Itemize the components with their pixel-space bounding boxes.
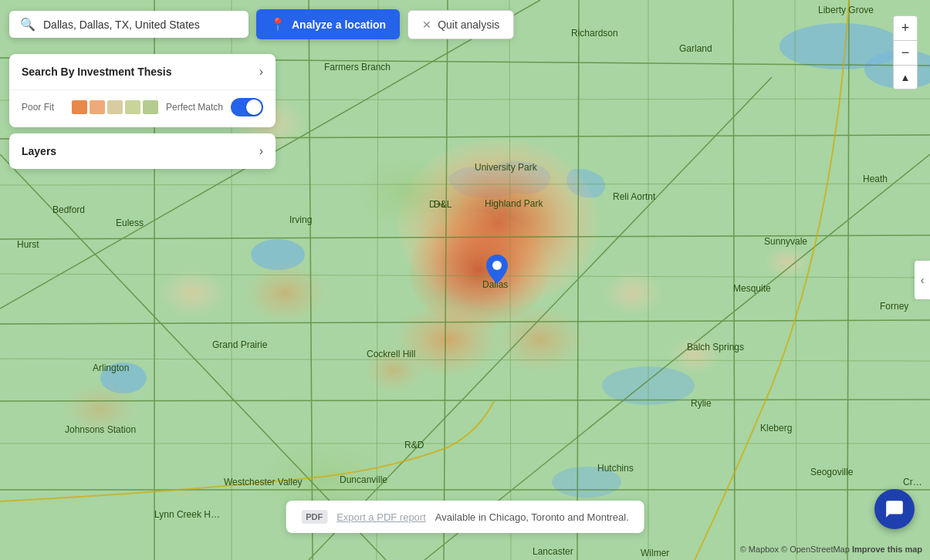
svg-line-31 [847,0,849,560]
layers-title: Layers [22,145,56,157]
svg-point-16 [764,245,810,279]
gradient-swatch-3 [107,100,123,114]
svg-point-11 [62,382,139,436]
map-controls: + − ▲ [893,15,918,89]
svg-point-9 [243,262,328,324]
side-collapse-button[interactable]: ‹ [915,261,930,299]
location-pin [486,255,508,284]
reset-north-button[interactable]: ▲ [893,65,918,89]
fitness-gradient [72,100,158,114]
layers-header[interactable]: Layers › [9,133,276,169]
gradient-swatch-5 [143,100,158,114]
svg-point-5 [552,467,621,498]
fitness-row: Poor Fit Perfect Match [22,98,263,116]
zoom-out-button[interactable]: − [893,40,918,65]
gradient-swatch-4 [125,100,140,114]
search-box[interactable]: 🔍 Dallas, Dallas, TX, United States [9,11,249,38]
zoom-in-button[interactable]: + [893,15,918,40]
svg-line-45 [795,0,796,560]
svg-line-35 [0,154,386,560]
map-attribution: © Mapbox © OpenStreetMap Improve this ma… [740,545,922,554]
poor-fit-label: Poor Fit [22,102,64,113]
layers-arrow: › [259,144,263,158]
export-pdf-link[interactable]: Export a PDF report [336,511,426,523]
analyze-btn-label: Analyze a location [292,19,386,31]
search-icon: 🔍 [20,17,36,32]
analyze-location-button[interactable]: 📍 Analyze a location [256,9,400,39]
pdf-badge: PDF [301,510,327,524]
layers-card: Layers › [9,133,276,169]
improve-map-link[interactable]: Improve this map [852,545,922,554]
svg-point-18 [347,150,471,235]
chat-button[interactable] [874,489,915,529]
quit-btn-label: Quit analysis [438,19,499,31]
svg-point-12 [363,347,424,393]
location-pin-icon: 📍 [270,17,286,32]
toggle-switch[interactable] [231,98,263,116]
export-bar: PDF Export a PDF report Available in Chi… [286,501,644,533]
investment-thesis-arrow: › [259,65,263,79]
perfect-match-label: Perfect Match [166,102,223,113]
export-description: Available in Chicago, Toronto and Montre… [435,511,629,523]
svg-point-46 [492,261,502,270]
quit-analysis-button[interactable]: ✕ Quit analysis [408,10,514,39]
svg-point-14 [158,268,228,318]
investment-thesis-content: Poor Fit Perfect Match [9,89,276,127]
gradient-swatch-2 [90,100,105,114]
search-value: Dallas, Dallas, TX, United States [43,19,238,31]
chat-icon [884,499,905,519]
left-panel: Search By Investment Thesis › Poor Fit P… [9,54,276,169]
attribution-text: © Mapbox © OpenStreetMap [740,545,850,554]
svg-point-17 [668,336,722,374]
investment-thesis-card: Search By Investment Thesis › Poor Fit P… [9,54,276,127]
gradient-swatch-1 [72,100,87,114]
quit-icon: ✕ [422,19,431,31]
toggle-thumb [246,100,262,115]
svg-point-15 [602,270,664,316]
top-bar: 🔍 Dallas, Dallas, TX, United States 📍 An… [9,9,514,39]
investment-thesis-title: Search By Investment Thesis [22,66,172,78]
investment-thesis-header[interactable]: Search By Investment Thesis › [9,54,276,89]
svg-point-10 [494,305,587,374]
svg-line-24 [0,400,930,401]
